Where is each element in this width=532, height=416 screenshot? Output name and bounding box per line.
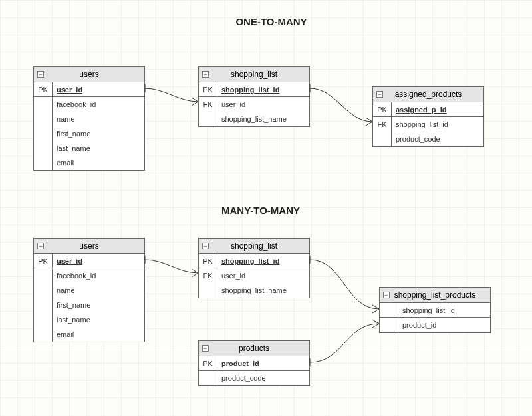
field: shopping_list_id: [398, 303, 490, 318]
collapse-icon[interactable]: −: [383, 292, 390, 298]
field: email: [53, 327, 144, 342]
key-label: PK: [373, 102, 391, 117]
field: last_name: [53, 312, 144, 327]
collapse-icon[interactable]: −: [202, 71, 209, 78]
field: facebook_id: [53, 97, 144, 112]
section-title-many-to-many: MANY-TO-MANY: [194, 205, 327, 216]
entity-title: shopping_list_products: [394, 290, 476, 300]
field: last_name: [53, 141, 144, 156]
key-label: FK: [199, 268, 217, 283]
entity-header: − users: [34, 239, 144, 254]
entity-header: − assigned_products: [373, 87, 483, 102]
collapse-icon[interactable]: −: [37, 243, 44, 249]
entity-header: − shopping_list_products: [380, 288, 490, 303]
field-pk: user_id: [53, 254, 144, 268]
entity-title: assigned_products: [395, 90, 462, 99]
entity-users-1: − users PK user_id facebook_id name firs…: [33, 66, 145, 171]
key-label: FK: [199, 97, 217, 112]
key-label: FK: [373, 117, 391, 132]
field-pk: shopping_list_id: [217, 254, 309, 268]
field: facebook_id: [53, 268, 144, 283]
field: first_name: [53, 126, 144, 141]
field: product_id: [398, 318, 490, 332]
entity-products: − products PK product_id product_code: [198, 340, 310, 386]
field: product_code: [217, 371, 309, 385]
entity-title: users: [79, 241, 98, 251]
field-fk: shopping_list_id: [392, 117, 483, 132]
field: name: [53, 283, 144, 298]
entity-title: users: [79, 70, 98, 79]
entity-shopping-list-2: − shopping_list PK FK shopping_list_id u…: [198, 238, 310, 298]
entity-header: − shopping_list: [199, 67, 309, 82]
collapse-icon[interactable]: −: [376, 91, 383, 98]
collapse-icon[interactable]: −: [37, 71, 44, 78]
field-pk: product_id: [217, 356, 309, 371]
field: shopping_list_name: [217, 283, 309, 298]
field: first_name: [53, 298, 144, 312]
entity-shopping-list-1: − shopping_list PK FK shopping_list_id u…: [198, 66, 310, 127]
field-pk: shopping_list_id: [217, 82, 309, 97]
entity-title: products: [239, 344, 269, 353]
key-label: PK: [34, 254, 52, 268]
field-pk: user_id: [53, 82, 144, 97]
field-pk: assigned_p_id: [392, 102, 483, 117]
field: product_code: [392, 132, 483, 146]
field: name: [53, 112, 144, 126]
collapse-icon[interactable]: −: [202, 243, 209, 249]
entity-header: − users: [34, 67, 144, 82]
entity-title: shopping_list: [231, 241, 277, 251]
entity-users-2: − users PK user_id facebook_id name firs…: [33, 238, 145, 342]
key-label: PK: [34, 82, 52, 97]
entity-title: shopping_list: [231, 70, 277, 79]
collapse-icon[interactable]: −: [202, 345, 209, 352]
key-label: PK: [199, 356, 217, 371]
key-label: PK: [199, 82, 217, 97]
field-fk: user_id: [217, 268, 309, 283]
entity-assigned-products: − assigned_products PK FK assigned_p_id …: [372, 86, 484, 147]
field: email: [53, 156, 144, 170]
field-fk: user_id: [217, 97, 309, 112]
field: shopping_list_name: [217, 112, 309, 126]
entity-header: − products: [199, 341, 309, 356]
key-label: PK: [199, 254, 217, 268]
entity-shopping-list-products: − shopping_list_products shopping_list_i…: [379, 287, 491, 333]
section-title-one-to-many: ONE-TO-MANY: [205, 16, 338, 27]
entity-header: − shopping_list: [199, 239, 309, 254]
